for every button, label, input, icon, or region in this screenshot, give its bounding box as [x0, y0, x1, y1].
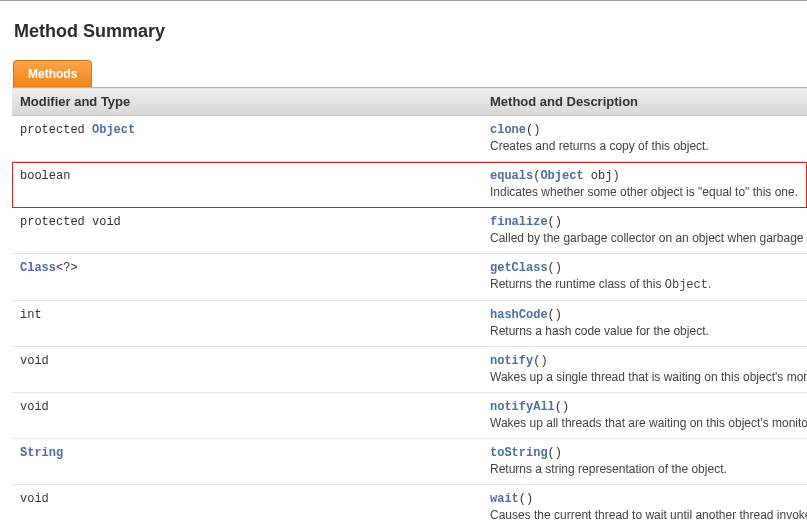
modifier-text: void [20, 492, 49, 506]
modifier-cell: void [12, 393, 482, 439]
modifier-text: void [20, 354, 49, 368]
table-row: protected voidfinalize()Called by the ga… [12, 208, 807, 254]
desc-text: Wakes up a single thread that is waiting… [490, 370, 807, 384]
modifier-text: protected void [20, 215, 121, 229]
table-row: inthashCode()Returns a hash code value f… [12, 301, 807, 347]
method-description: Wakes up all threads that are waiting on… [490, 416, 799, 430]
method-description: Indicates whether some other object is "… [490, 185, 799, 199]
type-link[interactable]: Class [20, 261, 56, 275]
table-row: booleanequals(Object obj)Indicates wheth… [12, 162, 807, 208]
col-header-modifier: Modifier and Type [12, 88, 482, 116]
method-cell: getClass()Returns the runtime class of t… [482, 254, 807, 301]
table-row: voidnotify()Wakes up a single thread tha… [12, 347, 807, 393]
method-description: Creates and returns a copy of this objec… [490, 139, 799, 153]
desc-text: Returns the runtime class of this [490, 277, 665, 291]
modifier-cell: protected void [12, 208, 482, 254]
sig-text: () [548, 215, 562, 229]
method-link[interactable]: clone [490, 123, 526, 137]
sig-text: () [555, 400, 569, 414]
method-cell: equals(Object obj)Indicates whether some… [482, 162, 807, 208]
sig-text: () [548, 446, 562, 460]
type-link[interactable]: String [20, 446, 63, 460]
sig-text: () [519, 492, 533, 506]
modifier-cell: Class<?> [12, 254, 482, 301]
modifier-text: protected [20, 123, 92, 137]
desc-text: Wakes up all threads that are waiting on… [490, 416, 807, 430]
modifier-suffix: <?> [56, 261, 78, 275]
table-row: Class<?>getClass()Returns the runtime cl… [12, 254, 807, 301]
desc-text: Called by the garbage collector on an ob… [490, 231, 807, 245]
table-row: voidwait()Causes the current thread to w… [12, 485, 807, 528]
method-description: Wakes up a single thread that is waiting… [490, 370, 799, 384]
method-signature: notify() [490, 353, 799, 368]
modifier-cell: String [12, 439, 482, 485]
method-link[interactable]: equals [490, 169, 533, 183]
method-signature: toString() [490, 445, 799, 460]
table-row: voidnotifyAll()Wakes up all threads that… [12, 393, 807, 439]
method-cell: wait()Causes the current thread to wait … [482, 485, 807, 528]
method-signature: notifyAll() [490, 399, 799, 414]
method-description: Returns a string representation of the o… [490, 462, 799, 476]
modifier-text: int [20, 308, 42, 322]
method-link[interactable]: wait [490, 492, 519, 506]
tab-methods[interactable]: Methods [13, 60, 92, 87]
method-link[interactable]: finalize [490, 215, 548, 229]
desc-text: . [708, 277, 711, 291]
method-cell: hashCode()Returns a hash code value for … [482, 301, 807, 347]
method-cell: clone()Creates and returns a copy of thi… [482, 116, 807, 162]
method-description: Returns a hash code value for the object… [490, 324, 799, 338]
method-signature: wait() [490, 491, 799, 506]
method-signature: getClass() [490, 260, 799, 275]
desc-text: Indicates whether some other object is "… [490, 185, 798, 199]
method-signature: finalize() [490, 214, 799, 229]
type-link[interactable]: Object [92, 123, 135, 137]
method-description: Called by the garbage collector on an ob… [490, 231, 799, 245]
table-row: StringtoString()Returns a string represe… [12, 439, 807, 485]
method-link[interactable]: toString [490, 446, 548, 460]
modifier-cell: void [12, 347, 482, 393]
modifier-cell: int [12, 301, 482, 347]
method-signature: hashCode() [490, 307, 799, 322]
method-link[interactable]: notify [490, 354, 533, 368]
desc-text: Creates and returns a copy of this objec… [490, 139, 709, 153]
inline-code: Object [665, 278, 708, 292]
method-link[interactable]: notifyAll [490, 400, 555, 414]
method-cell: notify()Wakes up a single thread that is… [482, 347, 807, 393]
method-summary-table: Modifier and Type Method and Description… [12, 87, 807, 527]
modifier-cell: protected Object [12, 116, 482, 162]
method-signature: equals(Object obj) [490, 168, 799, 183]
desc-text: Causes the current thread to wait until … [490, 508, 807, 522]
method-signature: clone() [490, 122, 799, 137]
param-type-link[interactable]: Object [540, 169, 583, 183]
sig-text: obj) [584, 169, 620, 183]
modifier-cell: void [12, 485, 482, 528]
method-cell: toString()Returns a string representatio… [482, 439, 807, 485]
section-title: Method Summary [14, 21, 807, 42]
modifier-cell: boolean [12, 162, 482, 208]
method-link[interactable]: getClass [490, 261, 548, 275]
table-row: protected Objectclone()Creates and retur… [12, 116, 807, 162]
desc-text: Returns a string representation of the o… [490, 462, 727, 476]
method-description: Returns the runtime class of this Object… [490, 277, 799, 292]
sig-text: () [526, 123, 540, 137]
desc-text: Returns a hash code value for the object… [490, 324, 709, 338]
method-cell: finalize()Called by the garbage collecto… [482, 208, 807, 254]
sig-text: () [548, 261, 562, 275]
sig-text: () [548, 308, 562, 322]
sig-text: () [533, 354, 547, 368]
method-description: Causes the current thread to wait until … [490, 508, 799, 522]
modifier-text: void [20, 400, 49, 414]
method-link[interactable]: hashCode [490, 308, 548, 322]
modifier-text: boolean [20, 169, 70, 183]
method-cell: notifyAll()Wakes up all threads that are… [482, 393, 807, 439]
col-header-method: Method and Description [482, 88, 807, 116]
